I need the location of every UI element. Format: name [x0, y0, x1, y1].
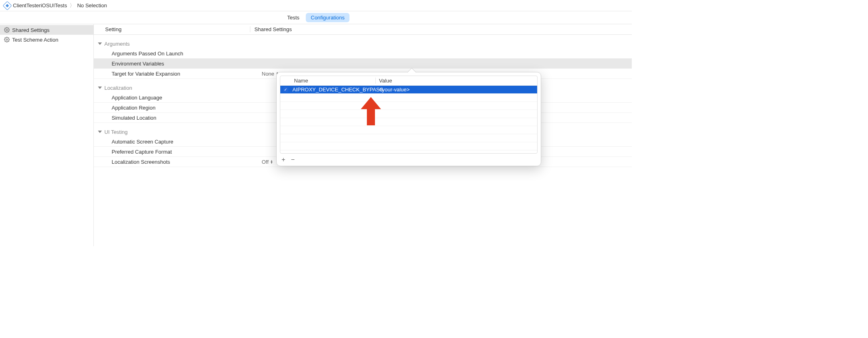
setting-value-text: None	[262, 71, 274, 77]
table-row[interactable]: AIPROXY_DEVICE_CHECK_BYPASS <your-value>	[280, 86, 537, 94]
tab-tests[interactable]: Tests	[282, 13, 304, 22]
popover-col-name[interactable]: Name	[291, 78, 376, 84]
tab-configurations[interactable]: Configurations	[306, 13, 349, 22]
setting-label: Arguments Passed On Launch	[112, 51, 262, 57]
setting-label: Target for Variable Expansion	[112, 71, 262, 77]
chevron-down-icon	[98, 42, 102, 45]
breadcrumb-selection[interactable]: No Selection	[77, 2, 107, 8]
add-button[interactable]: +	[282, 156, 285, 163]
tabs: Tests Configurations	[0, 11, 632, 24]
env-vars-popover: Name Value AIPROXY_DEVICE_CHECK_BYPASS <…	[276, 72, 541, 166]
content-header: Setting Shared Settings	[94, 24, 632, 35]
remove-button[interactable]: −	[291, 156, 294, 163]
section-title: UI Testing	[104, 129, 128, 135]
table-row[interactable]	[280, 94, 537, 102]
checkbox-icon[interactable]	[283, 87, 288, 92]
svg-point-0	[6, 29, 8, 31]
popover-footer: + −	[277, 154, 541, 166]
sidebar-item-label: Test Scheme Action	[12, 37, 58, 43]
breadcrumb-project[interactable]: ClientTesteriOSUITests	[13, 2, 67, 8]
setting-row-args-passed[interactable]: Arguments Passed On Launch	[94, 49, 632, 59]
column-setting: Setting	[94, 26, 250, 32]
setting-label: Application Language	[112, 95, 262, 101]
setting-label: Simulated Location	[112, 115, 262, 121]
setting-row-env-vars[interactable]: Environment Variables	[94, 59, 632, 69]
gear-icon	[4, 27, 10, 33]
sidebar: Shared Settings Test Scheme Action	[0, 24, 94, 246]
svg-point-1	[6, 39, 8, 40]
popover-body: AIPROXY_DEVICE_CHECK_BYPASS <your-value>	[280, 86, 537, 153]
content: Setting Shared Settings Arguments Argume…	[94, 24, 632, 246]
table-row[interactable]	[280, 134, 537, 142]
sidebar-item-label: Shared Settings	[12, 27, 50, 33]
setting-label: Automatic Screen Capture	[112, 139, 262, 145]
row-name[interactable]: AIPROXY_DEVICE_CHECK_BYPASS	[291, 87, 376, 93]
sidebar-item-shared-settings[interactable]: Shared Settings	[0, 25, 93, 35]
setting-label: Application Region	[112, 105, 262, 111]
setting-label: Localization Screenshots	[112, 159, 262, 165]
setting-label: Preferred Capture Format	[112, 149, 262, 155]
row-checkbox-cell	[280, 87, 291, 92]
row-value[interactable]: <your-value>	[376, 87, 537, 93]
popover-header: Name Value	[280, 76, 537, 86]
chevron-down-icon	[98, 131, 102, 133]
section-title: Localization	[104, 85, 132, 91]
setting-label: Environment Variables	[112, 61, 262, 67]
table-row[interactable]	[280, 102, 537, 110]
breadcrumb: ClientTesteriOSUITests 〉 No Selection	[0, 0, 632, 11]
chevron-down-icon	[98, 87, 102, 89]
table-row[interactable]	[280, 142, 537, 150]
section-header-arguments[interactable]: Arguments	[94, 39, 632, 49]
sidebar-item-test-scheme-action[interactable]: Test Scheme Action	[0, 35, 93, 44]
popover-col-value[interactable]: Value	[376, 78, 537, 84]
table-row[interactable]	[280, 126, 537, 134]
gear-icon	[4, 37, 10, 42]
updown-icon: ▲▼	[270, 160, 273, 164]
popover-table: Name Value AIPROXY_DEVICE_CHECK_BYPASS <…	[280, 76, 538, 154]
setting-value-text: Off	[262, 159, 269, 165]
breadcrumb-separator: 〉	[70, 2, 75, 9]
testplan-icon	[3, 1, 12, 10]
table-row[interactable]	[280, 110, 537, 118]
table-row[interactable]	[280, 118, 537, 126]
section-title: Arguments	[104, 41, 130, 47]
column-shared-settings: Shared Settings	[250, 26, 632, 32]
